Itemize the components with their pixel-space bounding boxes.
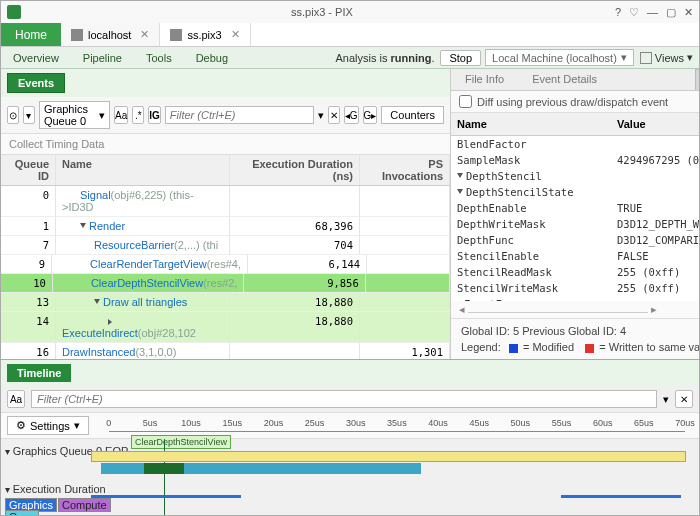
help-icon[interactable]: ? <box>615 6 621 19</box>
record-button[interactable]: ⊙ <box>7 106 19 124</box>
tl-font-button[interactable]: Aa <box>7 390 25 408</box>
next-group-button[interactable]: G▸ <box>363 106 378 124</box>
col-duration[interactable]: Execution Duration (ns) <box>230 155 360 185</box>
legend: Legend: = Modified = Written to same val… <box>461 341 700 353</box>
subnav-item[interactable]: Pipeline <box>71 52 134 64</box>
chevron-down-icon[interactable]: ▾ <box>318 109 324 122</box>
tab-event-details[interactable]: Event Details <box>518 69 611 90</box>
same-swatch <box>585 344 594 353</box>
chevron-down-icon[interactable]: ▾ <box>663 393 669 406</box>
minimize-button[interactable]: — <box>647 6 658 19</box>
axis-tick: 45us <box>469 418 489 428</box>
menubar: Home localhost✕ss.pix3✕ <box>1 23 699 47</box>
event-row[interactable]: 0 Signal(obj#6,225) (this->ID3D <box>1 186 450 217</box>
group-button[interactable]: IG <box>148 106 161 124</box>
property-row[interactable]: BlendFactor <box>451 136 700 152</box>
event-row[interactable]: 16 DrawInstanced(3,1,0,0) 1,301 <box>1 343 450 359</box>
counters-button[interactable]: Counters <box>381 106 444 124</box>
timeline-panel-header: Timeline <box>7 364 71 382</box>
axis-tick: 65us <box>634 418 654 428</box>
menu-button[interactable]: ▾ <box>23 106 35 124</box>
timeline-bar-render[interactable] <box>91 451 686 462</box>
tab-file-info[interactable]: File Info <box>451 69 518 90</box>
sub-nav: OverviewPipelineToolsDebug Analysis is r… <box>1 47 699 69</box>
event-row[interactable]: 1 Render 68,396 <box>1 217 450 236</box>
event-row[interactable]: 7 ResourceBarrier(2,...) (thi 704 <box>1 236 450 255</box>
axis-tick: 70us <box>675 418 695 428</box>
col-ps-invocations[interactable]: PS Invocations <box>360 155 450 185</box>
legend-chip: Compute <box>58 498 111 512</box>
timeline-event-tag[interactable]: ClearDepthStencilView <box>131 435 231 449</box>
chevron-down-icon: ▾ <box>99 109 105 122</box>
event-row[interactable]: 9 ClearRenderTargetView(res#4, 6,144 <box>1 255 450 274</box>
timeline-filter-input[interactable] <box>31 390 657 408</box>
time-axis: 05us10us15us20us25us30us35us40us45us50us… <box>109 418 685 432</box>
axis-tick: 15us <box>222 418 242 428</box>
axis-tick: 35us <box>387 418 407 428</box>
subnav-item[interactable]: Debug <box>184 52 240 64</box>
filter-mode-button[interactable]: .* <box>132 106 144 124</box>
axis-tick: 60us <box>593 418 613 428</box>
queue-selector[interactable]: Graphics Queue 0 ▾ <box>39 101 110 129</box>
global-id-label: Global ID: 5 Previous Global ID: 4 <box>461 325 700 337</box>
col-queue-id[interactable]: Queue ID <box>1 155 56 185</box>
exec-bar-1[interactable] <box>91 495 241 498</box>
event-row[interactable]: 13 Draw all triangles 18,880 <box>1 293 450 312</box>
chevron-down-icon: ▾ <box>621 51 627 64</box>
lane-label-exec: ▾ Execution Duration <box>5 483 106 495</box>
timeline-bar-selected[interactable] <box>144 463 184 474</box>
exec-bar-2[interactable] <box>561 495 681 498</box>
col-prop-value[interactable]: Value <box>611 116 700 132</box>
doc-tab[interactable]: ss.pix3✕ <box>160 23 250 46</box>
property-row[interactable]: DepthFuncD3D12_COMPARISON_FUNC_… <box>451 232 700 248</box>
camera-icon <box>170 29 182 41</box>
font-button[interactable]: Aa <box>114 106 128 124</box>
gear-icon: ⚙ <box>16 419 26 432</box>
property-row[interactable]: SampleMask4294967295 (0xffffffff) <box>451 152 700 168</box>
machine-selector[interactable]: Local Machine (localhost)▾ <box>485 49 634 66</box>
event-row[interactable]: 14 ExecuteIndirect(obj#28,102 18,880 <box>1 312 450 343</box>
collect-timing-link[interactable]: Collect Timing Data <box>1 134 450 155</box>
prev-group-button[interactable]: ◂G <box>344 106 359 124</box>
axis-tick: 50us <box>511 418 531 428</box>
events-panel-header: Events <box>7 73 65 93</box>
timeline-body[interactable]: ▾ Graphics Queue 0 EOP ClearDepthStencil… <box>1 439 699 516</box>
views-button[interactable]: Views▾ <box>640 51 693 64</box>
tl-clear-button[interactable]: ✕ <box>675 390 693 408</box>
filter-input[interactable] <box>165 106 314 124</box>
axis-tick: 20us <box>264 418 284 428</box>
axis-tick: 55us <box>552 418 572 428</box>
window-title: ss.pix3 - PIX <box>29 6 615 18</box>
settings-button[interactable]: ⚙ Settings ▾ <box>7 416 89 435</box>
clear-filter-button[interactable]: ✕ <box>328 106 340 124</box>
property-row[interactable]: DepthEnableTRUE <box>451 200 700 216</box>
maximize-button[interactable]: ▢ <box>666 6 676 19</box>
close-tab-icon[interactable]: ✕ <box>140 28 149 41</box>
property-row[interactable]: DepthStencilState <box>451 184 700 200</box>
tab-state[interactable]: State <box>695 69 700 90</box>
close-tab-icon[interactable]: ✕ <box>231 28 240 41</box>
modified-swatch <box>509 344 518 353</box>
doc-tab[interactable]: localhost✕ <box>61 23 160 46</box>
property-row[interactable]: DepthStencil <box>451 168 700 184</box>
events-table: Queue ID Name Execution Duration (ns) PS… <box>1 155 450 359</box>
subnav-item[interactable]: Tools <box>134 52 184 64</box>
axis-tick: 0 <box>106 418 111 428</box>
property-row[interactable]: DepthWriteMaskD3D12_DEPTH_WRITE_MASK… <box>451 216 700 232</box>
event-row[interactable]: 10 ClearDepthStencilView(res#2, 9,856 <box>1 274 450 293</box>
close-button[interactable]: ✕ <box>684 6 693 19</box>
detail-tabs: File Info Event Details State ▾ <box>451 69 700 91</box>
col-prop-name[interactable]: Name <box>451 116 611 132</box>
axis-tick: 25us <box>305 418 325 428</box>
heart-icon[interactable]: ♡ <box>629 6 639 19</box>
property-row[interactable]: StencilWriteMask255 (0xff) <box>451 280 700 296</box>
axis-tick: 5us <box>143 418 158 428</box>
diff-checkbox[interactable] <box>459 95 472 108</box>
stop-button[interactable]: Stop <box>440 50 481 66</box>
col-name[interactable]: Name <box>56 155 230 185</box>
property-row[interactable]: StencilEnableFALSE <box>451 248 700 264</box>
home-button[interactable]: Home <box>1 23 61 46</box>
axis-tick: 40us <box>428 418 448 428</box>
property-row[interactable]: StencilReadMask255 (0xff) <box>451 264 700 280</box>
subnav-item[interactable]: Overview <box>1 52 71 64</box>
